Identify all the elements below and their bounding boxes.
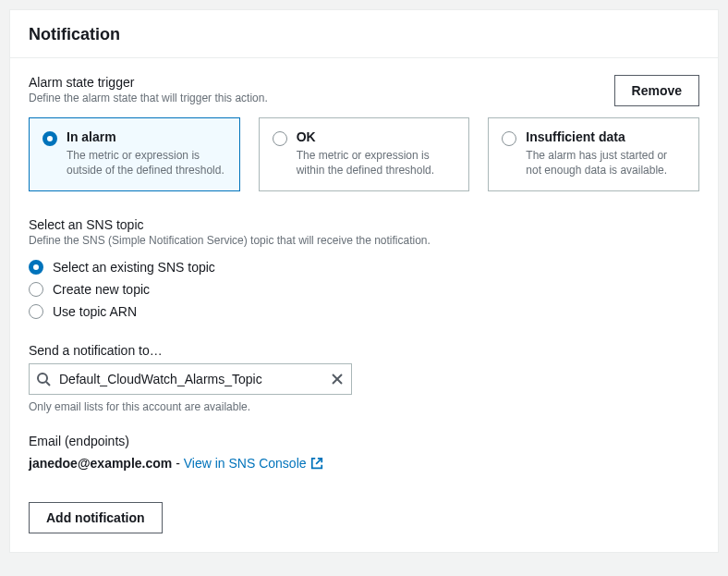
panel-body: Alarm state trigger Define the alarm sta…	[10, 58, 718, 552]
trigger-title: Alarm state trigger	[29, 75, 614, 90]
radio-icon	[273, 131, 287, 146]
trigger-options: In alarm The metric or expression is out…	[29, 117, 699, 191]
sendto-section: Send a notification to… Only email lists…	[29, 343, 699, 413]
view-sns-console-link[interactable]: View in SNS Console	[184, 456, 323, 471]
email-line: janedoe@example.com - View in SNS Consol…	[29, 456, 699, 471]
sns-option-arn[interactable]: Use topic ARN	[29, 300, 699, 323]
panel-title: Notification	[29, 25, 699, 44]
sns-options: Select an existing SNS topic Create new …	[29, 256, 699, 323]
radio-icon	[29, 282, 43, 297]
search-icon	[36, 372, 51, 386]
sns-option-label: Use topic ARN	[53, 304, 137, 319]
external-link-icon	[310, 457, 323, 470]
email-address: janedoe@example.com	[29, 456, 172, 471]
notification-panel: Notification Alarm state trigger Define …	[9, 9, 719, 553]
radio-icon	[29, 260, 43, 275]
sns-option-label: Create new topic	[53, 282, 150, 297]
trigger-option-in-alarm[interactable]: In alarm The metric or expression is out…	[29, 117, 240, 191]
sns-section: Select an SNS topic Define the SNS (Simp…	[29, 217, 699, 323]
clear-icon[interactable]	[330, 372, 345, 386]
sns-option-label: Select an existing SNS topic	[53, 260, 215, 275]
footer: Add notification	[29, 502, 699, 533]
sendto-hint: Only email lists for this account are av…	[29, 400, 699, 413]
sns-desc: Define the SNS (Simple Notification Serv…	[29, 234, 699, 247]
radio-icon	[42, 131, 57, 146]
sendto-input[interactable]	[29, 363, 352, 395]
trigger-option-desc: The metric or expression is within the d…	[297, 148, 456, 178]
email-section: Email (endpoints) janedoe@example.com - …	[29, 434, 699, 471]
trigger-option-desc: The alarm has just started or not enough…	[526, 148, 686, 178]
trigger-option-label: Insufficient data	[526, 129, 686, 144]
sendto-title: Send a notification to…	[29, 343, 699, 358]
svg-line-4	[316, 459, 322, 464]
panel-header: Notification	[10, 10, 718, 58]
trigger-option-insufficient-data[interactable]: Insufficient data The alarm has just sta…	[488, 117, 699, 191]
radio-icon	[502, 131, 516, 146]
svg-line-1	[46, 382, 50, 386]
link-text: View in SNS Console	[184, 456, 307, 471]
trigger-option-label: OK	[297, 129, 456, 144]
email-title: Email (endpoints)	[29, 434, 699, 448]
sns-option-create[interactable]: Create new topic	[29, 278, 699, 300]
remove-button[interactable]: Remove	[614, 75, 699, 106]
trigger-option-label: In alarm	[67, 129, 226, 144]
trigger-option-desc: The metric or expression is outside of t…	[67, 148, 226, 178]
trigger-desc: Define the alarm state that will trigger…	[29, 92, 614, 104]
email-separator: -	[172, 456, 183, 471]
trigger-option-ok[interactable]: OK The metric or expression is within th…	[259, 117, 470, 191]
sns-title: Select an SNS topic	[29, 217, 699, 232]
trigger-header: Alarm state trigger Define the alarm sta…	[29, 75, 699, 106]
add-notification-button[interactable]: Add notification	[29, 502, 163, 533]
radio-icon	[29, 304, 43, 319]
sns-option-existing[interactable]: Select an existing SNS topic	[29, 256, 699, 278]
svg-point-0	[38, 374, 47, 383]
sendto-input-wrap	[29, 363, 352, 395]
